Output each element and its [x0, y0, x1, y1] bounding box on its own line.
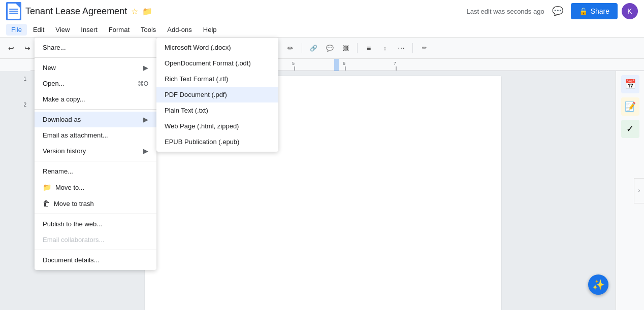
- menu-option-share[interactable]: Share...: [35, 40, 156, 55]
- new-arrow-icon: ▶: [143, 64, 148, 72]
- menu-option-open-shortcut: ⌘O: [138, 80, 148, 87]
- menu-option-document-details[interactable]: Document details...: [35, 252, 156, 268]
- submenu-option-html[interactable]: Web Page (.html, zipped): [156, 118, 278, 134]
- menu-option-make-copy-label: Make a copy...: [43, 95, 148, 103]
- submenu-option-docx-label: Microsoft Word (.docx): [165, 44, 231, 51]
- menu-option-publish-web-label: Publish to the web...: [43, 220, 148, 228]
- menu-sep-1: [35, 57, 156, 58]
- submenu-option-epub-label: EPUB Publication (.epub): [165, 138, 239, 146]
- menu-option-email-attachment-label: Email as attachment...: [43, 131, 148, 139]
- menu-option-rename[interactable]: Rename...: [35, 163, 156, 179]
- submenu-option-odt[interactable]: OpenDocument Format (.odt): [156, 55, 278, 71]
- submenu-option-epub[interactable]: EPUB Publication (.epub): [156, 134, 278, 150]
- menu-sep-2: [35, 109, 156, 110]
- menu-option-move-to-label: Move to...: [55, 184, 148, 191]
- download-arrow-icon: ▶: [143, 116, 148, 123]
- menu-option-rename-label: Rename...: [43, 167, 148, 175]
- menu-overlay: Share... New ▶ Open... ⌘O Make a copy...…: [0, 0, 644, 310]
- menu-option-open-label: Open...: [43, 80, 138, 87]
- menu-option-make-copy[interactable]: Make a copy...: [35, 91, 156, 107]
- submenu-option-rtf[interactable]: Rich Text Format (.rtf): [156, 71, 278, 87]
- menu-option-version-history[interactable]: Version history ▶: [35, 143, 156, 159]
- move-folder-icon: 📁: [43, 183, 51, 191]
- menu-option-email-attachment[interactable]: Email as attachment...: [35, 127, 156, 143]
- menu-option-document-details-label: Document details...: [43, 256, 148, 264]
- menu-option-download-as[interactable]: Download as ▶: [35, 112, 156, 127]
- menu-sep-4: [35, 214, 156, 214]
- submenu-option-pdf-label: PDF Document (.pdf): [165, 91, 227, 98]
- menu-option-email-collaborators-label: Email collaborators...: [43, 236, 148, 244]
- menu-option-download-as-label: Download as: [43, 116, 139, 123]
- submenu-option-txt[interactable]: Plain Text (.txt): [156, 102, 278, 118]
- file-menu: Share... New ▶ Open... ⌘O Make a copy...…: [35, 38, 156, 270]
- trash-icon: 🗑: [43, 199, 50, 208]
- menu-option-new-label: New: [43, 64, 139, 72]
- menu-sep-5: [35, 250, 156, 250]
- menu-option-new[interactable]: New ▶: [35, 60, 156, 76]
- submenu-option-pdf[interactable]: PDF Document (.pdf): [156, 87, 278, 102]
- menu-option-share-label: Share...: [43, 44, 148, 51]
- submenu-option-docx[interactable]: Microsoft Word (.docx): [156, 40, 278, 55]
- menu-option-move-to-trash[interactable]: 🗑 Move to trash: [35, 195, 156, 212]
- submenu-option-rtf-label: Rich Text Format (.rtf): [165, 75, 228, 83]
- menu-option-move-to[interactable]: 📁 Move to...: [35, 179, 156, 195]
- menu-sep-3: [35, 161, 156, 161]
- submenu-option-odt-label: OpenDocument Format (.odt): [165, 59, 251, 67]
- submenu-option-txt-label: Plain Text (.txt): [165, 107, 208, 114]
- menu-option-open[interactable]: Open... ⌘O: [35, 76, 156, 91]
- version-history-arrow-icon: ▶: [143, 147, 148, 155]
- download-submenu: Microsoft Word (.docx) OpenDocument Form…: [156, 38, 278, 152]
- menu-option-version-history-label: Version history: [43, 147, 139, 155]
- menu-option-move-to-trash-label: Move to trash: [54, 200, 148, 208]
- menu-option-publish-web[interactable]: Publish to the web...: [35, 216, 156, 232]
- menu-option-email-collaborators: Email collaborators...: [35, 232, 156, 248]
- submenu-option-html-label: Web Page (.html, zipped): [165, 122, 239, 130]
